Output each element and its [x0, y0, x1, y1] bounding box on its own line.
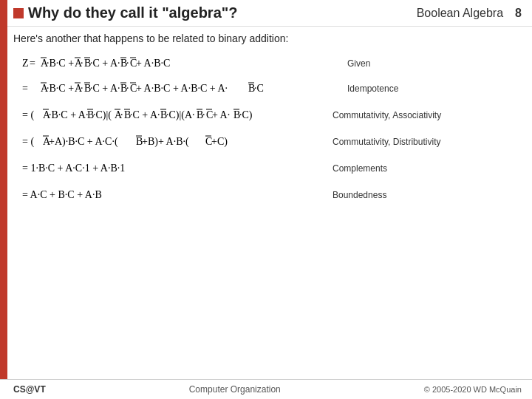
header-page: 8 — [515, 7, 522, 20]
svg-text:·: · — [202, 109, 205, 120]
svg-text:+C): +C) — [211, 136, 228, 148]
svg-text:Complements: Complements — [332, 163, 387, 174]
svg-text:= A·C + B·C + A·B: = A·C + B·C + A·B — [22, 189, 102, 200]
svg-text:Z: Z — [22, 58, 29, 69]
svg-text:=: = — [22, 83, 28, 94]
svg-text:= 1·B·C + A·C·1 + A·B·1: = 1·B·C + A·C·1 + A·B·1 — [22, 163, 125, 174]
svg-text:+A)·B·C + A·C·(: +A)·B·C + A·C·( — [49, 136, 118, 148]
svg-text:·: · — [81, 58, 83, 69]
svg-text:·: · — [81, 83, 83, 94]
svg-text:·: · — [126, 83, 129, 94]
footer: CS@VT Computer Organization © 2005-2020 … — [0, 379, 532, 399]
header-topic: Boolean Algebra — [417, 7, 503, 20]
svg-text:Boundedness: Boundedness — [332, 190, 386, 200]
svg-text:=: = — [30, 58, 35, 69]
svg-text:= (: = ( — [22, 109, 34, 121]
svg-text:Commutativity, Associativity: Commutativity, Associativity — [332, 110, 441, 120]
svg-text:Commutativity, Distributivity: Commutativity, Distributivity — [332, 137, 440, 147]
svg-text:Idempotence: Idempotence — [347, 83, 399, 94]
svg-text:·C + A·: ·C + A· — [90, 83, 120, 94]
footer-right: © 2005-2020 WD McQuain — [424, 385, 522, 394]
svg-text:·C)|(: ·C)|( — [93, 109, 112, 121]
svg-text:·: · — [126, 58, 129, 69]
header-right: Boolean Algebra 8 — [417, 7, 522, 20]
slide-title: Why do they call it "algebra"? — [28, 4, 237, 21]
svg-text:+ A·: + A· — [212, 109, 230, 120]
main-content: Z = A ·B·C + A · B ·C + A· B · C + A·B·C… — [0, 47, 532, 304]
subheader-text: Here's another that happens to be relate… — [13, 33, 288, 44]
svg-text:·B·C +: ·B·C + — [47, 83, 74, 94]
svg-text:·: · — [120, 109, 123, 120]
svg-text:+B)+ A·B·(: +B)+ A·B·( — [142, 136, 189, 148]
svg-text:·C + A·: ·C + A· — [90, 58, 120, 69]
header-title-wrap: Why do they call it "algebra"? — [13, 4, 237, 21]
svg-text:+ A·B·C: + A·B·C — [136, 58, 170, 69]
svg-text:·B·C + A·: ·B·C + A· — [49, 109, 88, 120]
header: Why do they call it "algebra"? Boolean A… — [0, 0, 532, 27]
svg-text:·C)|(A·: ·C)|(A· — [166, 109, 195, 121]
svg-text:+ A·B·C + A·B·C + A·: + A·B·C + A·B·C + A· — [136, 83, 228, 94]
red-square-icon — [13, 8, 24, 18]
svg-text:·C: ·C — [254, 83, 264, 94]
svg-text:= (: = ( — [22, 136, 34, 148]
math-equations-svg: Z = A ·B·C + A · B ·C + A· B · C + A·B·C… — [13, 50, 519, 301]
footer-center: Computer Organization — [189, 384, 281, 395]
svg-text:Given: Given — [347, 58, 370, 69]
svg-text:·B·C +: ·B·C + — [47, 58, 74, 69]
subheader: Here's another that happens to be relate… — [0, 27, 532, 47]
footer-left: CS@VT — [13, 384, 46, 395]
svg-text:·C + A·: ·C + A· — [130, 109, 160, 120]
svg-text:·C): ·C) — [239, 109, 253, 121]
